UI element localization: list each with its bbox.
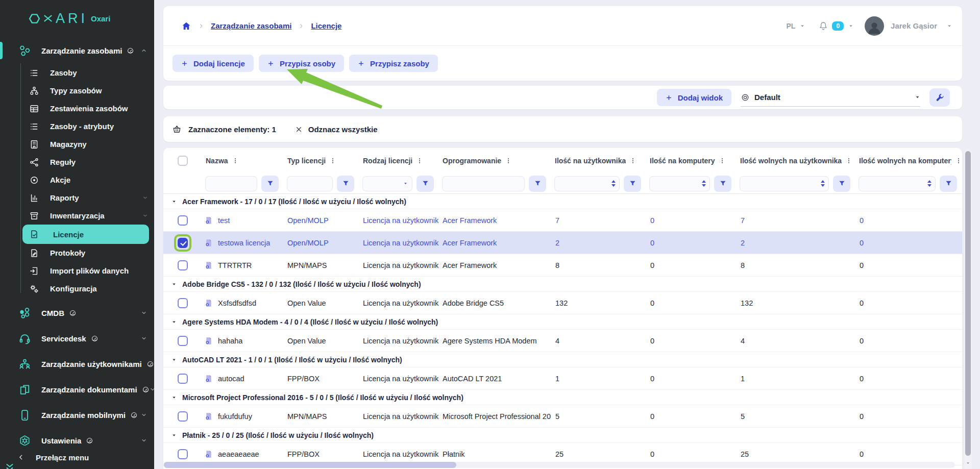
row-checkbox[interactable] (178, 298, 188, 308)
sidebar-section-ustawienia[interactable]: Ustawienia (0, 428, 154, 446)
group-row[interactable]: Płatnik - 25 / 0 / 25 (Ilość / Ilość w u… (163, 428, 962, 443)
row-checkbox[interactable] (178, 260, 188, 270)
filter-input-ilosc-wolnych-na-komputery[interactable] (859, 176, 936, 191)
filter-button-ilosc-na-uzytkownika[interactable] (624, 176, 641, 192)
table-row[interactable]: TTRTRTRMPN/MAPSLicencja na użytkownikaAc… (163, 254, 962, 277)
sidebar-section-servicedesk[interactable]: Servicedesk (0, 326, 154, 351)
group-row[interactable]: Agere Systems HDA Modem - 4 / 0 / 4 (Ilo… (163, 314, 962, 330)
column-menu-icon[interactable] (505, 157, 512, 164)
column-menu-icon[interactable] (629, 157, 636, 164)
home-icon[interactable] (181, 21, 191, 31)
sidebar-item-protokoly[interactable]: Protokoły (0, 244, 154, 262)
column-menu-icon[interactable] (719, 157, 726, 164)
sidebar-item-zestawienia-zasobow[interactable]: Zestawienia zasobów (0, 100, 154, 117)
chevron-down-icon[interactable] (403, 181, 408, 186)
table-row[interactable]: autocadFPP/BOXLicencja na użytkownikaAut… (163, 367, 962, 390)
sidebar-item-typy-zasobow[interactable]: Typy zasobów (0, 82, 154, 100)
view-settings-button[interactable] (929, 88, 950, 107)
spinner-icon[interactable] (821, 180, 825, 187)
sidebar-section-zarzadzanie-uzytkownikami[interactable]: Zarządzanie użytkownikami (0, 351, 154, 377)
double-chevron-down-icon[interactable] (4, 462, 15, 469)
horizontal-scrollbar[interactable] (163, 462, 955, 468)
filter-input-oprogramowanie[interactable] (442, 176, 525, 191)
row-checkbox[interactable] (178, 449, 188, 459)
column-menu-icon[interactable] (955, 157, 962, 164)
license-name[interactable]: TTRTRTR (218, 261, 252, 269)
license-name[interactable]: testowa licencja (218, 239, 270, 247)
sidebar-toggle[interactable]: Przełącz menu (0, 446, 154, 469)
group-row[interactable]: Acer Framework - 17 / 0 / 17 (Ilość / Il… (163, 194, 962, 209)
scrollbar-down-arrow-icon[interactable] (966, 461, 970, 465)
license-name[interactable]: aeaeaeaeae (218, 450, 259, 458)
sidebar-item-zasoby[interactable]: Zasoby (0, 64, 154, 82)
bell-icon[interactable] (818, 21, 828, 31)
horizontal-scrollbar-thumb[interactable] (164, 462, 456, 468)
avatar[interactable] (865, 16, 884, 36)
sidebar-item-zasoby-atrybuty[interactable]: Zasoby - atrybuty (0, 117, 154, 135)
spinner-icon[interactable] (702, 180, 706, 187)
spinner-icon[interactable] (611, 180, 616, 187)
language-selector[interactable]: PL (787, 22, 796, 30)
sidebar-section-zarzadzanie-zasobami[interactable]: Zarządzanie zasobami (0, 38, 154, 63)
filter-input-nazwa[interactable] (205, 176, 257, 191)
filter-button-rodzaj-licencji[interactable] (416, 176, 434, 192)
table-row[interactable]: testOpen/MOLPLicencja na użytkownikaAcer… (163, 209, 962, 232)
vertical-scrollbar[interactable] (964, 149, 972, 469)
license-name[interactable]: hahaha (218, 337, 242, 345)
filter-button-ilosc-na-komputery[interactable] (714, 176, 731, 192)
table-row[interactable]: fukufdufuyMPN/MAPSLicencja na użytkownik… (163, 405, 962, 428)
filter-button-nazwa[interactable] (261, 176, 279, 192)
deselect-all-button[interactable]: Odznacz wszystkie (295, 125, 378, 134)
filter-input-ilosc-na-komputery[interactable] (649, 176, 710, 191)
column-menu-icon[interactable] (416, 157, 423, 164)
table-row[interactable]: XsfsdfsdfsdOpen ValueLicencja na użytkow… (163, 292, 962, 314)
row-checkbox[interactable] (178, 336, 188, 346)
sidebar-item-import-plikow-danych[interactable]: Import plików danych (0, 262, 154, 280)
user-name[interactable]: Jarek Gąsior (891, 21, 937, 30)
sidebar-item-inwentaryzacja[interactable]: Inwentaryzacja (0, 207, 154, 225)
sidebar-item-licencje[interactable]: Licencje (22, 225, 149, 244)
sidebar-item-reguly[interactable]: Reguły (0, 153, 154, 171)
sidebar-item-akcje[interactable]: Akcje (0, 171, 154, 189)
table-row[interactable]: hahahaOpen ValueLicencja na użytkownikaA… (163, 330, 962, 352)
breadcrumb-link-zarzadzanie-zasobami[interactable]: Zarządzanie zasobami (211, 21, 291, 30)
row-checkbox[interactable] (178, 374, 188, 384)
filter-input-typ-licencji[interactable] (287, 176, 333, 191)
column-menu-icon[interactable] (232, 157, 239, 164)
filter-button-ilosc-wolnych-na-uzytkownika[interactable] (833, 176, 850, 192)
sidebar-item-magazyny[interactable]: Magazyny (0, 135, 154, 153)
sidebar-item-konfiguracja[interactable]: Konfiguracja (0, 280, 154, 298)
table-row[interactable]: testowa licencjaOpen/MOLPLicencja na uży… (163, 232, 962, 254)
sidebar-section-zarzadzanie-dokumentami[interactable]: Zarządzanie dokumentami (0, 377, 154, 402)
select-all-checkbox[interactable] (178, 156, 188, 166)
add-view-button[interactable]: Dodaj widok (657, 89, 731, 106)
view-selector[interactable]: Default (741, 88, 920, 107)
filter-button-oprogramowanie[interactable] (529, 176, 546, 192)
filter-input-ilosc-na-uzytkownika[interactable] (554, 176, 620, 191)
spinner-icon[interactable] (927, 180, 932, 187)
group-row[interactable]: AutoCAD LT 2021 - 1 / 0 / 1 (Ilość / Ilo… (163, 352, 962, 367)
column-menu-icon[interactable] (845, 157, 852, 164)
chevron-down-icon[interactable] (800, 23, 805, 29)
chevron-down-icon[interactable] (848, 23, 853, 29)
license-name[interactable]: test (218, 216, 230, 225)
sidebar-section-zarzadzanie-mobilnymi[interactable]: Zarządzanie mobilnymi (0, 402, 154, 428)
row-checkbox[interactable] (178, 215, 188, 226)
add-license-button[interactable]: Dodaj licencje (173, 55, 254, 72)
license-name[interactable]: autocad (218, 375, 244, 383)
row-checkbox[interactable] (178, 411, 188, 422)
breadcrumb-link-licencje[interactable]: Licencje (311, 21, 341, 30)
filter-input-ilosc-wolnych-na-uzytkownika[interactable] (740, 176, 829, 191)
assign-assets-button[interactable]: Przypisz zasoby (349, 55, 438, 72)
column-menu-icon[interactable] (329, 157, 336, 164)
group-row[interactable]: Adobe Bridge CS5 - 132 / 0 / 132 (Ilość … (163, 277, 962, 292)
group-row[interactable]: Microsoft Project Professional 2016 - 5 … (163, 390, 962, 405)
chevron-down-icon[interactable] (947, 23, 952, 29)
row-checkbox[interactable] (178, 238, 188, 248)
license-name[interactable]: Xsfsdfsdfsd (218, 299, 256, 307)
vertical-scrollbar-thumb[interactable] (965, 151, 971, 456)
sidebar-section-cmdb[interactable]: CMDB (0, 300, 154, 326)
filter-button-typ-licencji[interactable] (337, 176, 354, 192)
sidebar-item-raporty[interactable]: Raporty (0, 189, 154, 207)
license-name[interactable]: fukufdufuy (218, 412, 252, 421)
